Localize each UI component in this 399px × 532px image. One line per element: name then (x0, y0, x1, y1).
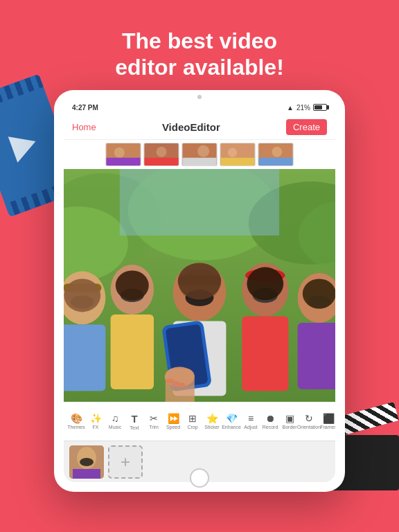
editing-toolbar: 🎨 Themes ✨ FX ♫ Music T Text ✂ Trim ⏩ Sp… (64, 402, 335, 441)
svg-point-4 (156, 147, 166, 157)
record-label: Record (263, 425, 278, 429)
svg-point-38 (178, 263, 221, 300)
add-icon: + (121, 454, 130, 470)
crop-label: Crop (187, 425, 197, 429)
battery-percent: 21% (296, 104, 310, 112)
thumb-5[interactable] (258, 143, 294, 166)
tool-orientation[interactable]: ↻ Orientation (299, 414, 319, 429)
trim-icon: ✂ (150, 414, 158, 423)
themes-icon: 🎨 (71, 414, 82, 423)
svg-rect-8 (183, 158, 217, 166)
thumbnail-strip (64, 140, 335, 169)
battery-fill (314, 105, 322, 109)
tray-thumb-1[interactable] (69, 445, 104, 479)
tool-crop[interactable]: ⊞ Crop (183, 414, 202, 429)
svg-rect-5 (145, 158, 179, 166)
sticker-label: Sticker (204, 425, 219, 429)
thumb-1[interactable] (105, 143, 141, 166)
speed-label: Speed (166, 425, 180, 429)
adjust-icon: ≡ (248, 414, 254, 423)
speed-icon: ⏩ (168, 414, 179, 423)
crop-icon: ⊞ (188, 414, 197, 423)
tool-speed[interactable]: ⏩ Speed (163, 414, 183, 429)
status-right: ▲ 21% (287, 104, 327, 112)
svg-rect-14 (259, 158, 293, 166)
svg-point-10 (228, 148, 237, 157)
orientation-icon: ↻ (305, 414, 313, 423)
tool-music[interactable]: ♫ Music (105, 414, 125, 429)
music-label: Music (109, 425, 121, 429)
header-line1: The best video (0, 28, 399, 54)
thumb-3[interactable] (181, 143, 218, 166)
nav-bar: Home VideoEditor Create (64, 115, 335, 140)
svg-point-49 (303, 278, 335, 308)
svg-rect-60 (73, 469, 100, 479)
status-time: 4:27 PM (72, 104, 98, 112)
home-button[interactable] (190, 468, 209, 488)
border-label: Border (282, 425, 296, 429)
tool-enhance[interactable]: 💎 Enhance (222, 414, 241, 429)
text-icon: T (131, 414, 137, 424)
svg-point-13 (272, 147, 282, 157)
music-icon: ♫ (112, 414, 119, 423)
orientation-label: Orientation (297, 425, 321, 429)
svg-point-7 (197, 145, 209, 157)
nav-title: VideoEditor (162, 121, 220, 133)
tray-add-button[interactable]: + (108, 445, 143, 479)
tool-sticker[interactable]: ⭐ Sticker (202, 414, 222, 429)
tool-adjust[interactable]: ≡ Adjust (241, 414, 260, 429)
frames-label: Frames (320, 425, 335, 429)
ipad-screen: 4:27 PM ▲ 21% Home VideoEditor Create (64, 100, 335, 482)
trim-label: Trim (149, 425, 159, 429)
svg-rect-43 (242, 316, 288, 391)
battery-indicator (313, 104, 327, 111)
svg-rect-48 (298, 323, 335, 389)
video-preview-area[interactable] (64, 169, 335, 402)
svg-rect-31 (111, 314, 154, 389)
status-bar: 4:27 PM ▲ 21% (64, 100, 335, 115)
enhance-label: Enhance (222, 425, 241, 429)
fx-icon: ✨ (90, 414, 102, 423)
svg-point-59 (80, 458, 94, 466)
svg-point-1 (114, 148, 125, 158)
wifi-icon: ▲ (287, 104, 294, 112)
border-icon: ▣ (285, 414, 294, 423)
record-icon: ⏺ (265, 414, 275, 423)
video-frame (64, 169, 335, 402)
svg-rect-2 (107, 158, 141, 166)
tool-themes[interactable]: 🎨 Themes (66, 414, 86, 429)
text-label: Text (130, 425, 139, 430)
svg-point-27 (64, 278, 100, 312)
tool-text[interactable]: T Text (125, 414, 144, 430)
tool-trim[interactable]: ✂ Trim (144, 414, 163, 429)
svg-rect-21 (120, 169, 279, 236)
svg-rect-56 (166, 369, 195, 402)
battery-bar (313, 104, 327, 111)
svg-point-32 (116, 270, 149, 300)
sticker-icon: ⭐ (206, 414, 218, 423)
svg-rect-11 (221, 158, 255, 166)
camera-dot (197, 95, 202, 99)
tool-record[interactable]: ⏺ Record (260, 414, 280, 429)
header-line2: editor available! (0, 54, 399, 80)
fx-label: FX (93, 425, 99, 429)
header-tagline: The best video editor available! (0, 0, 399, 81)
nav-home-button[interactable]: Home (72, 122, 96, 132)
play-icon (8, 128, 41, 163)
tool-frames[interactable]: ⬛ Frames (319, 414, 335, 429)
frames-icon: ⬛ (323, 414, 335, 423)
tool-border[interactable]: ▣ Border (280, 414, 299, 429)
svg-rect-26 (64, 324, 105, 391)
tool-fx[interactable]: ✨ FX (86, 414, 105, 429)
thumb-4[interactable] (220, 143, 256, 166)
themes-label: Themes (67, 425, 85, 429)
thumb-2[interactable] (143, 143, 179, 166)
ipad-device: 4:27 PM ▲ 21% Home VideoEditor Create (54, 90, 345, 492)
nav-create-button[interactable]: Create (286, 119, 327, 135)
enhance-icon: 💎 (226, 414, 238, 423)
svg-point-44 (247, 267, 283, 301)
adjust-label: Adjust (244, 425, 257, 429)
